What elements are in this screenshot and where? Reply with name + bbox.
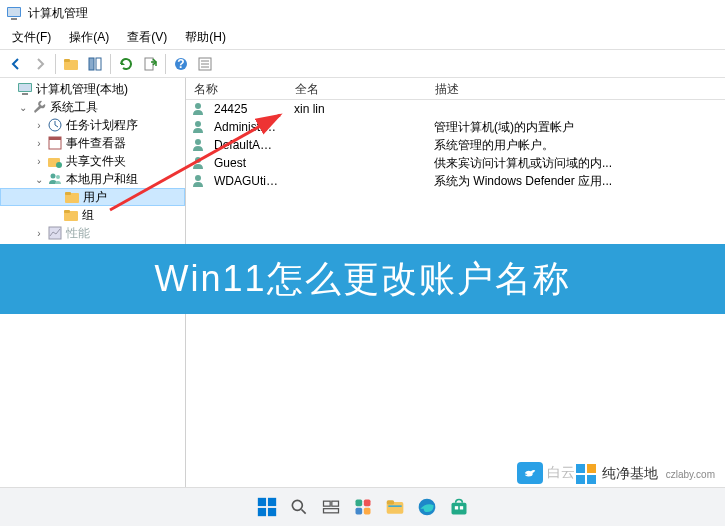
event-icon — [47, 135, 63, 151]
cell-name: 24425 — [206, 102, 286, 116]
svg-rect-15 — [19, 84, 31, 91]
expander[interactable]: › — [32, 136, 46, 150]
menu-action[interactable]: 操作(A) — [61, 26, 117, 49]
user-row[interactable]: Administrat...管理计算机(域)的内置帐户 — [186, 118, 725, 136]
svg-text:?: ? — [177, 57, 184, 71]
menu-file[interactable]: 文件(F) — [4, 26, 59, 49]
svg-rect-7 — [145, 58, 153, 70]
window-title: 计算机管理 — [28, 5, 88, 22]
forward-button[interactable] — [28, 52, 52, 76]
tree-performance[interactable]: › 性能 — [0, 224, 185, 242]
svg-rect-5 — [89, 58, 94, 70]
svg-rect-4 — [64, 59, 70, 62]
svg-rect-54 — [331, 501, 338, 506]
svg-rect-44 — [587, 464, 596, 473]
tree-event-viewer[interactable]: › 事件查看器 — [0, 134, 185, 152]
expander[interactable]: › — [32, 226, 46, 240]
list-header: 名称 全名 描述 — [186, 78, 725, 100]
bird-icon — [517, 462, 543, 484]
widgets-icon[interactable] — [351, 495, 375, 519]
cell-desc: 管理计算机(域)的内置帐户 — [426, 119, 725, 136]
search-icon[interactable] — [287, 495, 311, 519]
folder-up-button[interactable] — [59, 52, 83, 76]
svg-rect-50 — [267, 508, 275, 516]
properties-button[interactable] — [193, 52, 217, 76]
expander[interactable]: › — [32, 118, 46, 132]
start-button[interactable] — [255, 495, 279, 519]
tree-label: 共享文件夹 — [66, 153, 126, 170]
svg-rect-61 — [386, 500, 394, 504]
cell-name: DefaultAcc... — [206, 138, 286, 152]
toolbar-separator — [110, 54, 111, 74]
expander[interactable]: › — [32, 154, 46, 168]
cell-desc: 系统管理的用户帐户。 — [426, 137, 725, 154]
refresh-button[interactable] — [114, 52, 138, 76]
watermark-text: 纯净基地 — [602, 465, 658, 483]
svg-point-51 — [292, 500, 302, 510]
tree-label: 系统工具 — [50, 99, 98, 116]
edge-icon[interactable] — [415, 495, 439, 519]
watermark-left: 白云 — [517, 462, 575, 484]
cell-desc: 系统为 Windows Defender 应用... — [426, 173, 725, 190]
taskview-icon[interactable] — [319, 495, 343, 519]
show-hide-button[interactable] — [83, 52, 107, 76]
watermark-left-text: 白云 — [547, 464, 575, 482]
export-button[interactable] — [138, 52, 162, 76]
tree-shared-folders[interactable]: › 共享文件夹 — [0, 152, 185, 170]
svg-rect-45 — [576, 475, 585, 484]
column-description[interactable]: 描述 — [426, 78, 725, 99]
svg-rect-55 — [323, 509, 338, 513]
watermark-logo-icon — [576, 464, 596, 484]
tree-label: 组 — [82, 207, 94, 224]
svg-point-23 — [56, 175, 60, 179]
svg-rect-62 — [388, 505, 401, 507]
user-icon — [190, 119, 206, 135]
wrench-icon — [31, 99, 47, 115]
menu-help[interactable]: 帮助(H) — [177, 26, 234, 49]
cell-name: Guest — [206, 156, 286, 170]
column-fullname[interactable]: 全名 — [286, 78, 426, 99]
users-icon — [47, 171, 63, 187]
share-icon — [47, 153, 63, 169]
computer-icon — [17, 81, 33, 97]
explorer-icon[interactable] — [383, 495, 407, 519]
menubar: 文件(F) 操作(A) 查看(V) 帮助(H) — [0, 26, 725, 50]
svg-rect-16 — [22, 93, 28, 95]
svg-rect-6 — [96, 58, 101, 70]
svg-point-21 — [56, 162, 62, 168]
svg-rect-47 — [257, 498, 265, 506]
help-button[interactable]: ? — [169, 52, 193, 76]
tree-system-tools[interactable]: ⌄ 系统工具 — [0, 98, 185, 116]
expander[interactable]: ⌄ — [32, 172, 46, 186]
cell-name: Administrat... — [206, 120, 286, 134]
tree-groups[interactable]: › 组 — [0, 206, 185, 224]
column-name[interactable]: 名称 — [186, 78, 286, 99]
tree-users[interactable]: › 用户 — [0, 188, 185, 206]
svg-rect-56 — [355, 500, 362, 507]
tree-label: 任务计划程序 — [66, 117, 138, 134]
svg-rect-65 — [454, 506, 457, 509]
svg-rect-64 — [451, 503, 466, 515]
user-row[interactable]: DefaultAcc...系统管理的用户帐户。 — [186, 136, 725, 154]
tree-local-users-groups[interactable]: ⌄ 本地用户和组 — [0, 170, 185, 188]
svg-point-37 — [195, 103, 201, 109]
user-row[interactable]: WDAGUtilit...系统为 Windows Defender 应用... — [186, 172, 725, 190]
taskbar[interactable] — [0, 488, 725, 526]
user-icon — [190, 173, 206, 189]
menu-view[interactable]: 查看(V) — [119, 26, 175, 49]
svg-rect-2 — [11, 18, 17, 20]
store-icon[interactable] — [447, 495, 471, 519]
back-button[interactable] — [4, 52, 28, 76]
overlay-text: Win11怎么更改账户名称 — [154, 255, 570, 304]
svg-rect-25 — [65, 192, 71, 195]
svg-rect-27 — [64, 210, 70, 213]
svg-point-22 — [51, 174, 56, 179]
user-icon — [190, 155, 206, 171]
expander[interactable]: ⌄ — [16, 100, 30, 114]
user-row[interactable]: Guest供来宾访问计算机或访问域的内... — [186, 154, 725, 172]
tree-label: 本地用户和组 — [66, 171, 138, 188]
tree-task-scheduler[interactable]: › 任务计划程序 — [0, 116, 185, 134]
svg-rect-48 — [267, 498, 275, 506]
user-row[interactable]: 24425xin lin — [186, 100, 725, 118]
tree-root[interactable]: ▾ 计算机管理(本地) — [0, 80, 185, 98]
